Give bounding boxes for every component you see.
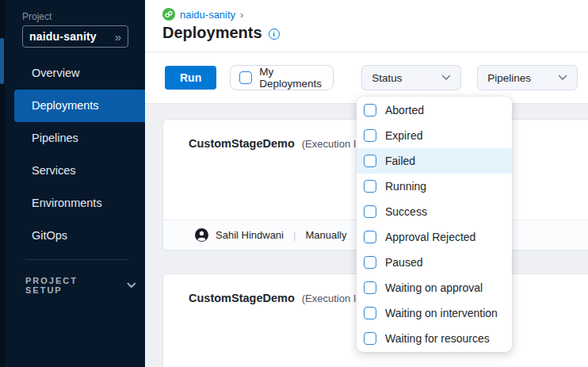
project-setup-toggle[interactable]: PROJECT SETUP <box>25 276 136 295</box>
status-option-success[interactable]: Success <box>357 199 512 224</box>
execution-id-text: (Execution Id <box>302 138 362 150</box>
page-header: naidu-sanity › Deployments i <box>145 0 588 52</box>
checkbox[interactable] <box>364 281 376 294</box>
status-option-failed[interactable]: Failed <box>357 148 512 174</box>
chevron-down-icon <box>127 282 136 289</box>
sidebar-item-gitops[interactable]: GitOps <box>14 220 145 252</box>
pipelines-filter-dropdown[interactable]: Pipelines <box>477 65 578 90</box>
project-name: naidu-sanity <box>29 30 115 43</box>
project-label: Project <box>22 11 52 22</box>
status-filter-dropdown[interactable]: Status <box>361 65 461 90</box>
sidebar-item-pipelines[interactable]: Pipelines <box>14 122 145 155</box>
my-deployments-label: My Deployments <box>259 66 324 90</box>
sidebar-item-environments[interactable]: Environments <box>14 187 145 220</box>
checkbox[interactable] <box>364 332 376 345</box>
pipelines-filter-label: Pipelines <box>487 72 531 84</box>
my-deployments-filter[interactable]: My Deployments <box>230 65 334 90</box>
sidebar-divider <box>25 259 129 260</box>
checkbox[interactable] <box>364 205 376 218</box>
chevron-double-right-icon: » <box>115 31 121 43</box>
checkbox[interactable] <box>364 129 376 142</box>
status-option-running[interactable]: Running <box>357 174 512 199</box>
execution-id-text: (Execution Id <box>302 292 362 304</box>
module-rail-indicator <box>0 38 4 84</box>
pipeline-name: CustomStageDemo <box>189 292 295 304</box>
status-option-waiting-for-resources[interactable]: Waiting for resources <box>357 326 512 351</box>
project-sidebar: Project naidu-sanity » Overview Deployme… <box>5 0 145 367</box>
cd-module-green-icon <box>162 8 175 21</box>
checkbox[interactable] <box>364 104 376 117</box>
status-option-waiting-on-intervention[interactable]: Waiting on intervention <box>357 300 512 326</box>
status-filter-label: Status <box>372 72 402 84</box>
sidebar-item-services[interactable]: Services <box>14 155 145 187</box>
page-title: Deployments <box>162 24 262 42</box>
user-avatar-icon <box>195 228 208 242</box>
checkbox[interactable] <box>364 231 376 243</box>
status-option-aborted[interactable]: Aborted <box>357 97 512 123</box>
sidebar-item-deployments[interactable]: Deployments <box>14 90 145 122</box>
title-row: Deployments i <box>162 24 280 42</box>
pipeline-name: CustomStageDemo <box>189 137 295 150</box>
triggered-by-user: Sahil Hindwani <box>216 229 284 241</box>
checkbox[interactable] <box>364 180 376 193</box>
footer-separator: | <box>293 229 296 241</box>
status-dropdown-menu: Aborted Expired Failed Running Success A… <box>357 97 512 352</box>
my-deployments-checkbox[interactable] <box>239 71 252 84</box>
project-setup-label: PROJECT SETUP <box>25 276 116 295</box>
app-window: Project naidu-sanity » Overview Deployme… <box>0 0 588 367</box>
status-option-approval-rejected[interactable]: Approval Rejected <box>357 224 512 250</box>
breadcrumb-chevron-icon: › <box>240 9 243 21</box>
checkbox[interactable] <box>364 307 376 319</box>
info-icon[interactable]: i <box>269 29 280 40</box>
trigger-type: Manually <box>305 229 346 241</box>
checkbox[interactable] <box>364 256 376 269</box>
chevron-down-icon <box>441 75 451 81</box>
run-button[interactable]: Run <box>165 66 216 90</box>
status-option-waiting-on-approval[interactable]: Waiting on approval <box>357 275 512 300</box>
sidebar-item-overview[interactable]: Overview <box>14 57 145 90</box>
chevron-down-icon <box>558 75 567 81</box>
checkbox[interactable] <box>364 155 376 167</box>
breadcrumb-project-link[interactable]: naidu-sanity <box>180 9 235 21</box>
status-option-expired[interactable]: Expired <box>357 123 512 148</box>
breadcrumb: naidu-sanity › <box>162 8 243 21</box>
project-selector[interactable]: naidu-sanity » <box>22 25 128 48</box>
sidebar-nav: Overview Deployments Pipelines Services … <box>5 57 145 252</box>
status-option-paused[interactable]: Paused <box>357 250 512 275</box>
